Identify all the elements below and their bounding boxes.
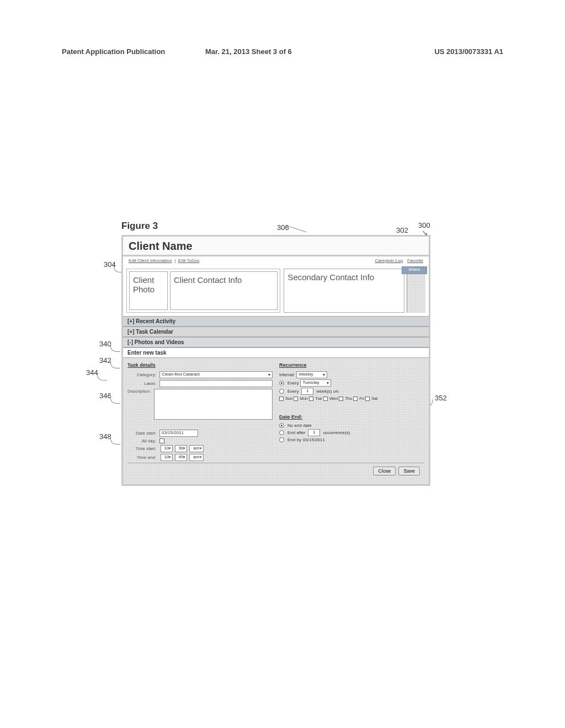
nav-line: Edit Client Information | Edit ToDos Car… [123, 256, 429, 265]
label-date-start: Date start: [127, 431, 159, 436]
day-wed-checkbox[interactable] [323, 397, 328, 401]
day-mon-checkbox[interactable] [294, 397, 298, 401]
label-all-day: All day: [127, 438, 159, 443]
client-name-heading: Client Name [129, 240, 423, 253]
label-no-end: No end date [287, 423, 312, 428]
callout-342: 342 [99, 356, 111, 365]
label-time-end: Time end: [127, 455, 159, 460]
every-n-input[interactable]: 1 [301, 388, 313, 395]
section-recent-activity[interactable]: [+] Recent Activity [123, 316, 429, 326]
label-every-day: Every [287, 381, 299, 386]
date-end-heading: Date End: [279, 414, 424, 420]
share-button[interactable]: Share [402, 266, 427, 274]
label-every-n-units: week(s) on: [316, 389, 339, 394]
time-start-ampm[interactable]: am [189, 445, 204, 452]
label-category: Category: [127, 372, 159, 377]
day-sat-checkbox[interactable] [365, 397, 370, 401]
label-end-after-units: occurrence(s) [323, 430, 350, 435]
radio-every-n[interactable] [279, 389, 284, 394]
every-day-select[interactable]: Tuesday [300, 379, 331, 387]
app-window: Client Name Edit Client Information | Ed… [121, 235, 430, 486]
day-wed: Wed [329, 396, 338, 401]
day-tue: Tue [315, 396, 322, 401]
callout-346: 346 [99, 392, 111, 400]
label-every-n: Every [287, 389, 299, 394]
weekday-row: Sun Mon Tue Wed Thu Fri Sat [279, 396, 424, 401]
label-label: Label: [127, 381, 159, 386]
radio-end-by[interactable] [279, 437, 284, 442]
day-thu-checkbox[interactable] [339, 397, 343, 401]
radio-every-day[interactable] [279, 381, 284, 386]
secondary-contact-block: Share Secondary Contact Info [284, 269, 425, 313]
leadline [110, 344, 120, 352]
leadline [110, 361, 120, 368]
day-sun: Sun [285, 396, 292, 401]
end-by-value: 03/15/2011 [303, 437, 325, 442]
day-mon: Mon [300, 396, 308, 401]
time-end-minute[interactable]: 45 [175, 454, 187, 461]
callout-348: 348 [99, 432, 111, 441]
time-start-hour[interactable]: 10 [161, 445, 173, 452]
category-select[interactable]: Clean-find Cataract [159, 371, 273, 378]
label-end-by: End by [287, 437, 301, 442]
figure-label: Figure 3 [121, 221, 430, 232]
label-time-start: Time start: [127, 446, 159, 451]
label-interval: Interval: [279, 372, 295, 377]
header-left: Patent Application Publication [62, 47, 165, 56]
day-sat: Sat [371, 396, 377, 401]
all-day-checkbox[interactable] [159, 438, 164, 443]
section-task-calendar[interactable]: [+] Task Calendar [123, 326, 429, 337]
label-description: Description: [127, 389, 154, 394]
sidebar-slab [407, 269, 425, 313]
section-photos-videos[interactable]: [-] Photos and Videos [123, 337, 429, 347]
section-enter-new-task: Enter new task [123, 347, 429, 358]
client-photo: Client Photo [129, 271, 168, 310]
label-end-after: End after [287, 430, 305, 435]
link-edit-todos[interactable]: Edit ToDos [178, 258, 200, 263]
day-sun-checkbox[interactable] [279, 397, 284, 401]
client-photo-label: Client Photo [133, 275, 164, 294]
link-favorite[interactable]: Favorite [407, 258, 423, 263]
time-end-hour[interactable]: 10 [161, 454, 173, 461]
callout-352: 352 [435, 394, 447, 402]
form-button-bar: Close Save [127, 463, 424, 479]
close-button[interactable]: Close [373, 467, 396, 475]
leadline [97, 373, 107, 381]
recurrence-heading: Recurrence [279, 362, 424, 368]
task-details-heading: Task details [127, 362, 273, 368]
day-fri-checkbox[interactable] [353, 397, 358, 401]
callout-344: 344 [86, 368, 98, 377]
client-contact-info: Client Contact Info [170, 271, 278, 310]
secondary-contact-info: Secondary Contact Info [284, 269, 404, 313]
leadline [110, 437, 120, 445]
callout-340: 340 [99, 340, 111, 348]
primary-contact-block: Client Photo Client Contact Info [126, 269, 280, 313]
title-bar: Client Name [123, 237, 429, 256]
end-after-input[interactable]: 1 [308, 429, 320, 436]
day-thu: Thu [345, 396, 352, 401]
day-fri: Fri [359, 396, 364, 401]
header-mid: Mar. 21, 2013 Sheet 3 of 6 [205, 47, 292, 56]
radio-no-end[interactable] [279, 423, 284, 428]
day-tue-checkbox[interactable] [309, 397, 313, 401]
save-button[interactable]: Save [398, 467, 420, 475]
description-textarea[interactable] [154, 389, 273, 420]
client-contact-info-label: Client Contact Info [174, 275, 242, 285]
radio-end-after[interactable] [279, 430, 284, 435]
time-end-ampm[interactable]: am [189, 454, 204, 461]
leadline [110, 396, 120, 404]
task-form: Task details Category: Clean-find Catara… [123, 358, 429, 484]
header-right: US 2013/0073331 A1 [434, 47, 503, 56]
secondary-contact-info-label: Secondary Contact Info [287, 272, 374, 282]
date-start-input[interactable]: 03/15/2011 [159, 430, 198, 437]
link-edit-client-info[interactable]: Edit Client Information [129, 258, 172, 263]
label-input[interactable] [159, 380, 273, 387]
time-start-minute[interactable]: 30 [175, 445, 187, 452]
interval-select[interactable]: Weekly [296, 371, 327, 378]
link-caregiver-log[interactable]: Caregiver Log [375, 258, 403, 263]
